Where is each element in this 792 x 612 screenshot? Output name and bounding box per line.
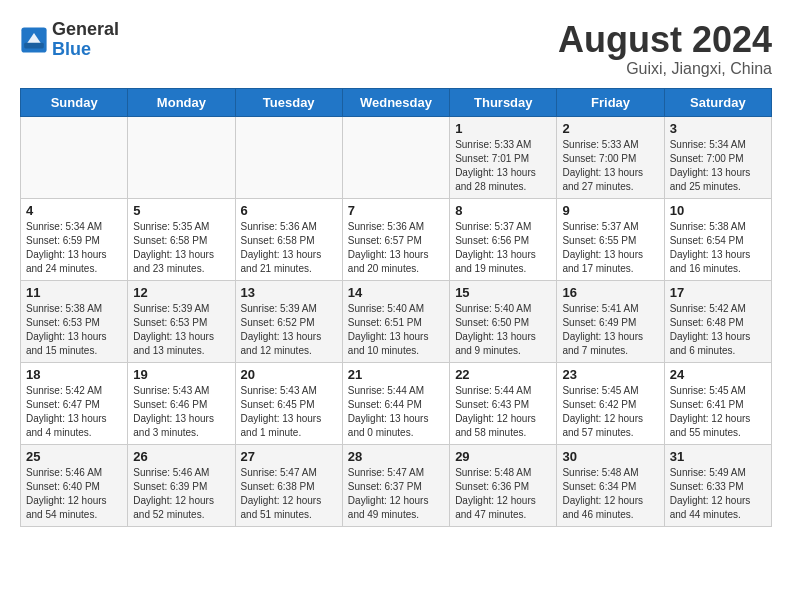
day-number: 15 bbox=[455, 285, 551, 300]
day-info: Sunrise: 5:39 AM Sunset: 6:53 PM Dayligh… bbox=[133, 302, 229, 358]
calendar-week-row: 1Sunrise: 5:33 AM Sunset: 7:01 PM Daylig… bbox=[21, 116, 772, 198]
calendar-cell: 21Sunrise: 5:44 AM Sunset: 6:44 PM Dayli… bbox=[342, 362, 449, 444]
day-info: Sunrise: 5:38 AM Sunset: 6:54 PM Dayligh… bbox=[670, 220, 766, 276]
calendar-week-row: 25Sunrise: 5:46 AM Sunset: 6:40 PM Dayli… bbox=[21, 444, 772, 526]
day-info: Sunrise: 5:44 AM Sunset: 6:43 PM Dayligh… bbox=[455, 384, 551, 440]
day-number: 12 bbox=[133, 285, 229, 300]
day-number: 19 bbox=[133, 367, 229, 382]
calendar-cell: 6Sunrise: 5:36 AM Sunset: 6:58 PM Daylig… bbox=[235, 198, 342, 280]
day-info: Sunrise: 5:44 AM Sunset: 6:44 PM Dayligh… bbox=[348, 384, 444, 440]
day-number: 25 bbox=[26, 449, 122, 464]
weekday-header-tuesday: Tuesday bbox=[235, 88, 342, 116]
day-info: Sunrise: 5:41 AM Sunset: 6:49 PM Dayligh… bbox=[562, 302, 658, 358]
day-number: 11 bbox=[26, 285, 122, 300]
day-number: 26 bbox=[133, 449, 229, 464]
day-number: 3 bbox=[670, 121, 766, 136]
calendar-cell: 4Sunrise: 5:34 AM Sunset: 6:59 PM Daylig… bbox=[21, 198, 128, 280]
calendar-cell: 14Sunrise: 5:40 AM Sunset: 6:51 PM Dayli… bbox=[342, 280, 449, 362]
logo-icon bbox=[20, 26, 48, 54]
day-number: 2 bbox=[562, 121, 658, 136]
calendar-cell: 10Sunrise: 5:38 AM Sunset: 6:54 PM Dayli… bbox=[664, 198, 771, 280]
calendar-cell: 15Sunrise: 5:40 AM Sunset: 6:50 PM Dayli… bbox=[450, 280, 557, 362]
day-number: 21 bbox=[348, 367, 444, 382]
calendar-cell: 12Sunrise: 5:39 AM Sunset: 6:53 PM Dayli… bbox=[128, 280, 235, 362]
weekday-header-thursday: Thursday bbox=[450, 88, 557, 116]
day-info: Sunrise: 5:47 AM Sunset: 6:37 PM Dayligh… bbox=[348, 466, 444, 522]
day-info: Sunrise: 5:38 AM Sunset: 6:53 PM Dayligh… bbox=[26, 302, 122, 358]
day-info: Sunrise: 5:48 AM Sunset: 6:36 PM Dayligh… bbox=[455, 466, 551, 522]
day-info: Sunrise: 5:36 AM Sunset: 6:58 PM Dayligh… bbox=[241, 220, 337, 276]
calendar-table: SundayMondayTuesdayWednesdayThursdayFrid… bbox=[20, 88, 772, 527]
day-info: Sunrise: 5:42 AM Sunset: 6:47 PM Dayligh… bbox=[26, 384, 122, 440]
calendar-cell: 23Sunrise: 5:45 AM Sunset: 6:42 PM Dayli… bbox=[557, 362, 664, 444]
calendar-cell: 25Sunrise: 5:46 AM Sunset: 6:40 PM Dayli… bbox=[21, 444, 128, 526]
day-info: Sunrise: 5:33 AM Sunset: 7:01 PM Dayligh… bbox=[455, 138, 551, 194]
month-title: August 2024 bbox=[558, 20, 772, 60]
calendar-cell bbox=[128, 116, 235, 198]
day-info: Sunrise: 5:46 AM Sunset: 6:40 PM Dayligh… bbox=[26, 466, 122, 522]
calendar-cell: 19Sunrise: 5:43 AM Sunset: 6:46 PM Dayli… bbox=[128, 362, 235, 444]
day-info: Sunrise: 5:36 AM Sunset: 6:57 PM Dayligh… bbox=[348, 220, 444, 276]
day-number: 24 bbox=[670, 367, 766, 382]
calendar-cell: 7Sunrise: 5:36 AM Sunset: 6:57 PM Daylig… bbox=[342, 198, 449, 280]
day-number: 6 bbox=[241, 203, 337, 218]
day-number: 4 bbox=[26, 203, 122, 218]
calendar-header: SundayMondayTuesdayWednesdayThursdayFrid… bbox=[21, 88, 772, 116]
weekday-header-wednesday: Wednesday bbox=[342, 88, 449, 116]
day-info: Sunrise: 5:47 AM Sunset: 6:38 PM Dayligh… bbox=[241, 466, 337, 522]
day-info: Sunrise: 5:37 AM Sunset: 6:55 PM Dayligh… bbox=[562, 220, 658, 276]
day-info: Sunrise: 5:40 AM Sunset: 6:51 PM Dayligh… bbox=[348, 302, 444, 358]
day-number: 23 bbox=[562, 367, 658, 382]
title-area: August 2024 Guixi, Jiangxi, China bbox=[558, 20, 772, 78]
day-info: Sunrise: 5:43 AM Sunset: 6:46 PM Dayligh… bbox=[133, 384, 229, 440]
calendar-cell: 13Sunrise: 5:39 AM Sunset: 6:52 PM Dayli… bbox=[235, 280, 342, 362]
svg-rect-2 bbox=[24, 43, 44, 49]
weekday-header-saturday: Saturday bbox=[664, 88, 771, 116]
day-info: Sunrise: 5:40 AM Sunset: 6:50 PM Dayligh… bbox=[455, 302, 551, 358]
day-number: 17 bbox=[670, 285, 766, 300]
day-info: Sunrise: 5:37 AM Sunset: 6:56 PM Dayligh… bbox=[455, 220, 551, 276]
calendar-week-row: 4Sunrise: 5:34 AM Sunset: 6:59 PM Daylig… bbox=[21, 198, 772, 280]
logo-line2: Blue bbox=[52, 40, 119, 60]
logo: General Blue bbox=[20, 20, 119, 60]
calendar-cell: 8Sunrise: 5:37 AM Sunset: 6:56 PM Daylig… bbox=[450, 198, 557, 280]
day-number: 27 bbox=[241, 449, 337, 464]
calendar-cell: 22Sunrise: 5:44 AM Sunset: 6:43 PM Dayli… bbox=[450, 362, 557, 444]
calendar-body: 1Sunrise: 5:33 AM Sunset: 7:01 PM Daylig… bbox=[21, 116, 772, 526]
day-info: Sunrise: 5:34 AM Sunset: 6:59 PM Dayligh… bbox=[26, 220, 122, 276]
day-number: 14 bbox=[348, 285, 444, 300]
day-number: 5 bbox=[133, 203, 229, 218]
day-info: Sunrise: 5:39 AM Sunset: 6:52 PM Dayligh… bbox=[241, 302, 337, 358]
calendar-week-row: 18Sunrise: 5:42 AM Sunset: 6:47 PM Dayli… bbox=[21, 362, 772, 444]
calendar-cell: 27Sunrise: 5:47 AM Sunset: 6:38 PM Dayli… bbox=[235, 444, 342, 526]
calendar-cell: 2Sunrise: 5:33 AM Sunset: 7:00 PM Daylig… bbox=[557, 116, 664, 198]
day-number: 16 bbox=[562, 285, 658, 300]
page-header: General Blue August 2024 Guixi, Jiangxi,… bbox=[20, 20, 772, 78]
calendar-cell: 31Sunrise: 5:49 AM Sunset: 6:33 PM Dayli… bbox=[664, 444, 771, 526]
day-info: Sunrise: 5:48 AM Sunset: 6:34 PM Dayligh… bbox=[562, 466, 658, 522]
weekday-header-sunday: Sunday bbox=[21, 88, 128, 116]
calendar-week-row: 11Sunrise: 5:38 AM Sunset: 6:53 PM Dayli… bbox=[21, 280, 772, 362]
calendar-cell: 16Sunrise: 5:41 AM Sunset: 6:49 PM Dayli… bbox=[557, 280, 664, 362]
day-info: Sunrise: 5:45 AM Sunset: 6:42 PM Dayligh… bbox=[562, 384, 658, 440]
day-info: Sunrise: 5:33 AM Sunset: 7:00 PM Dayligh… bbox=[562, 138, 658, 194]
day-number: 20 bbox=[241, 367, 337, 382]
calendar-cell: 30Sunrise: 5:48 AM Sunset: 6:34 PM Dayli… bbox=[557, 444, 664, 526]
day-info: Sunrise: 5:45 AM Sunset: 6:41 PM Dayligh… bbox=[670, 384, 766, 440]
day-number: 31 bbox=[670, 449, 766, 464]
day-number: 13 bbox=[241, 285, 337, 300]
weekday-row: SundayMondayTuesdayWednesdayThursdayFrid… bbox=[21, 88, 772, 116]
day-info: Sunrise: 5:43 AM Sunset: 6:45 PM Dayligh… bbox=[241, 384, 337, 440]
calendar-cell: 1Sunrise: 5:33 AM Sunset: 7:01 PM Daylig… bbox=[450, 116, 557, 198]
logo-line1: General bbox=[52, 20, 119, 40]
calendar-cell: 18Sunrise: 5:42 AM Sunset: 6:47 PM Dayli… bbox=[21, 362, 128, 444]
calendar-cell: 5Sunrise: 5:35 AM Sunset: 6:58 PM Daylig… bbox=[128, 198, 235, 280]
calendar-cell: 26Sunrise: 5:46 AM Sunset: 6:39 PM Dayli… bbox=[128, 444, 235, 526]
day-info: Sunrise: 5:42 AM Sunset: 6:48 PM Dayligh… bbox=[670, 302, 766, 358]
day-number: 7 bbox=[348, 203, 444, 218]
calendar-cell bbox=[342, 116, 449, 198]
calendar-cell: 29Sunrise: 5:48 AM Sunset: 6:36 PM Dayli… bbox=[450, 444, 557, 526]
calendar-cell: 20Sunrise: 5:43 AM Sunset: 6:45 PM Dayli… bbox=[235, 362, 342, 444]
day-info: Sunrise: 5:49 AM Sunset: 6:33 PM Dayligh… bbox=[670, 466, 766, 522]
day-number: 9 bbox=[562, 203, 658, 218]
